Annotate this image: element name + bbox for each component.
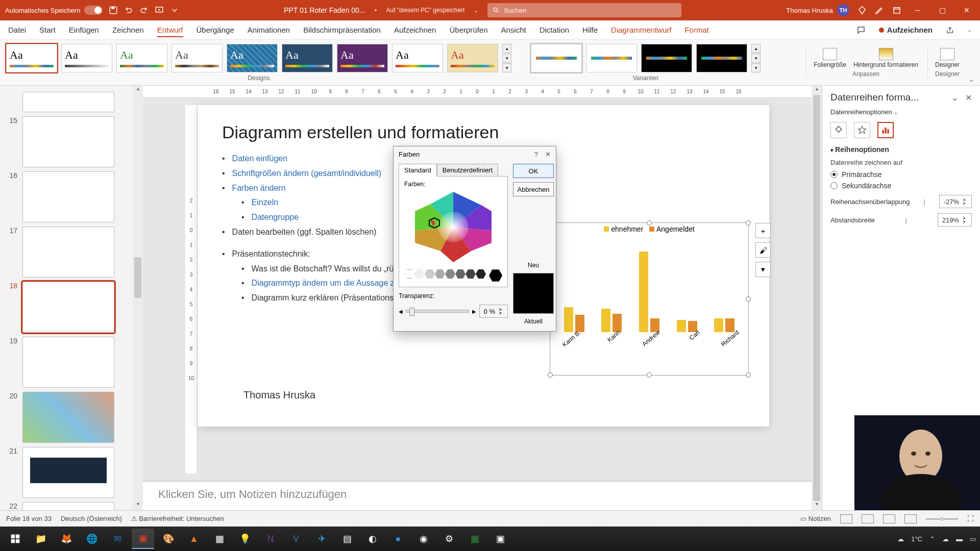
undo-icon[interactable]: [124, 6, 133, 15]
designs-gallery[interactable]: Aa Aa Aa Aa Aa Aa Aa Aa Aa ▴▾▾: [6, 44, 511, 72]
telegram-icon[interactable]: ✈: [310, 529, 333, 549]
tab-custom[interactable]: Benutzerdefiniert: [437, 164, 498, 177]
dropdown-icon[interactable]: [170, 6, 179, 15]
tab-animationen[interactable]: Animationen: [248, 26, 290, 34]
tab-ansicht[interactable]: Ansicht: [501, 26, 526, 34]
app3-icon[interactable]: 💡: [234, 529, 256, 549]
app4-icon[interactable]: ▤: [336, 529, 358, 549]
scroll-up-icon[interactable]: ▴: [502, 44, 511, 53]
thumb-21[interactable]: [22, 447, 114, 498]
tab-zeichnen[interactable]: Zeichnen: [112, 26, 144, 34]
tab-bildschirmpraesentation[interactable]: Bildschirmpräsentation: [303, 26, 381, 34]
sorter-view-icon[interactable]: [862, 514, 874, 523]
chart-brush-icon[interactable]: 🖌: [755, 242, 771, 258]
formatbg-button[interactable]: Hintergrund formatieren: [853, 48, 918, 68]
settings-icon[interactable]: ⚙: [438, 529, 460, 549]
minimize-button[interactable]: ─: [910, 6, 926, 14]
app7-icon[interactable]: ◉: [412, 529, 435, 549]
tab-standard[interactable]: Standard: [399, 164, 437, 177]
save-icon[interactable]: [109, 6, 118, 15]
diamond-icon[interactable]: [857, 6, 867, 15]
pane-close-icon[interactable]: ✕: [965, 93, 972, 103]
language-status[interactable]: Deutsch (Österreich): [61, 515, 122, 522]
tab-hilfe[interactable]: Hilfe: [582, 26, 598, 34]
format-pane-subtitle[interactable]: Datenreihenoptionen ⌄: [830, 108, 972, 116]
cancel-button[interactable]: Abbrechen: [513, 182, 554, 196]
fill-icon[interactable]: [830, 122, 847, 138]
powerpoint-icon[interactable]: ▣: [132, 529, 154, 549]
onenote-icon[interactable]: N: [259, 529, 282, 549]
comments-icon[interactable]: [856, 26, 866, 35]
accessibility-status[interactable]: ⚠ Barrierefreiheit: Untersuchen: [131, 515, 224, 522]
thumbs-scrollbar[interactable]: ▴▾: [133, 86, 143, 510]
notes-area[interactable]: Klicken Sie, um Notizen hinzuzufügen: [143, 481, 812, 510]
start-icon[interactable]: [4, 529, 27, 549]
slide-counter[interactable]: Folie 18 von 33: [6, 515, 52, 522]
thumb-15[interactable]: [22, 116, 114, 167]
ok-button[interactable]: OK: [513, 164, 554, 178]
collapse-ribbon-icon[interactable]: ⌄: [969, 76, 974, 83]
app2-icon[interactable]: ▦: [208, 529, 231, 549]
normal-view-icon[interactable]: [840, 514, 852, 523]
secondary-axis-radio[interactable]: Sekundärachse: [830, 182, 972, 190]
slidesize-button[interactable]: Foliengröße: [814, 48, 846, 68]
pane-dropdown-icon[interactable]: ⌄: [951, 93, 958, 103]
explorer-icon[interactable]: 📁: [30, 529, 52, 549]
share-icon[interactable]: [946, 26, 954, 34]
color-hexagon[interactable]: [410, 190, 497, 264]
pen-icon[interactable]: [875, 6, 884, 15]
slide-thumbnails[interactable]: 15 16 17 18 19 20 21 22 23 24: [0, 86, 133, 510]
thumb-22[interactable]: [22, 502, 114, 510]
designer-button[interactable]: Designer: [935, 48, 960, 68]
tab-einfuegen[interactable]: Einfügen: [69, 26, 99, 34]
temperature[interactable]: 1°C: [911, 535, 922, 543]
maximize-button[interactable]: ▢: [934, 6, 950, 14]
scroll-down-icon[interactable]: ▾: [502, 54, 511, 63]
chevron-down-icon[interactable]: ⌄: [967, 27, 972, 33]
tray-expand-icon[interactable]: ⌃: [929, 535, 935, 543]
chart-object[interactable]: ehnehmer Angemeldet Karin B.KarinAndrewC…: [550, 222, 749, 375]
tab-dictation[interactable]: Dictation: [540, 26, 569, 34]
series-icon[interactable]: [877, 122, 894, 138]
weather-icon[interactable]: ☁: [897, 535, 904, 543]
thumb-19[interactable]: [22, 337, 114, 388]
grayscale-row[interactable]: [404, 269, 502, 282]
thumb-20[interactable]: [22, 392, 114, 443]
app-icon[interactable]: 🎨: [157, 529, 180, 549]
search-input[interactable]: [504, 7, 676, 14]
dialog-close-icon[interactable]: ✕: [545, 151, 551, 158]
chrome-icon[interactable]: 🌐: [81, 529, 103, 549]
thumb-16[interactable]: [22, 171, 114, 222]
tab-diagrammentwurf[interactable]: Diagrammentwurf: [611, 26, 671, 34]
more-icon[interactable]: ▾: [502, 63, 511, 72]
vlc-icon[interactable]: ▲: [183, 529, 205, 549]
slideshow-icon[interactable]: [155, 6, 164, 15]
app8-icon[interactable]: ▣: [489, 529, 511, 549]
dialog-help-icon[interactable]: ?: [534, 151, 538, 158]
notes-button[interactable]: ▭ Notizen: [800, 515, 831, 522]
document-name[interactable]: PPT 01 Roter Faden 00...: [284, 6, 365, 14]
excel-icon[interactable]: ▦: [463, 529, 486, 549]
app5-icon[interactable]: ◐: [361, 529, 384, 549]
network-icon[interactable]: ▭: [970, 535, 976, 543]
battery-icon[interactable]: ▬: [956, 535, 963, 543]
tab-entwurf[interactable]: Entwurf: [157, 26, 183, 37]
variants-gallery[interactable]: ▴▾▾: [531, 44, 761, 72]
fit-icon[interactable]: ⛶: [967, 515, 974, 522]
autosave-toggle[interactable]: [84, 6, 103, 15]
author-text[interactable]: Thomas Hruska: [243, 389, 315, 401]
tab-start[interactable]: Start: [39, 26, 56, 34]
redo-icon[interactable]: [139, 6, 149, 15]
trans-left-icon[interactable]: ◀: [399, 309, 403, 314]
outlook-icon[interactable]: ✉: [106, 529, 129, 549]
thumb-17[interactable]: [22, 227, 114, 278]
tab-format[interactable]: Format: [684, 26, 709, 34]
calendar-icon[interactable]: [892, 6, 901, 15]
onedrive-icon[interactable]: ☁: [942, 535, 949, 543]
visio-icon[interactable]: V: [285, 529, 307, 549]
chart-plus-icon[interactable]: +: [755, 223, 771, 238]
chart-filter-icon[interactable]: ▾: [755, 262, 771, 277]
tab-aufzeichnen[interactable]: Aufzeichnen: [394, 26, 436, 34]
tab-uebergaenge[interactable]: Übergänge: [197, 26, 234, 34]
search-box[interactable]: [487, 3, 681, 17]
